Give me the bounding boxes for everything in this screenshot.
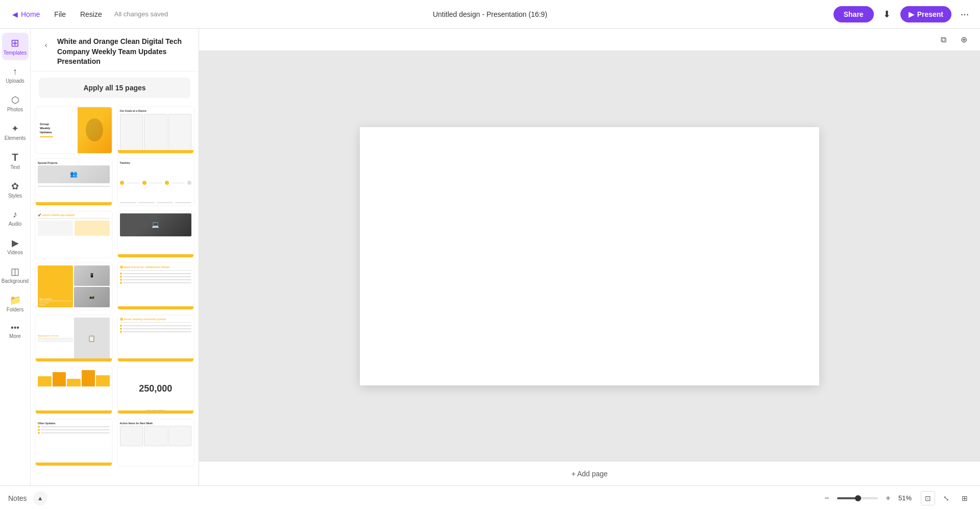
template-panel-title: White and Orange Clean Digital Tech Comp… — [57, 37, 190, 67]
thumb-row-4: App mockup Use of product designer 📱 — [35, 262, 194, 310]
sidebar-item-photos[interactable]: ⬡ Photos — [2, 90, 29, 117]
present-button[interactable]: ▶ Present — [900, 6, 951, 22]
thumb-row-5: Applying for a license 📋 — [35, 314, 194, 362]
thumb-img-14: Action Items for Next Week — [118, 420, 194, 466]
copy-frame-icon: ⧉ — [941, 35, 946, 44]
thumb-item-2[interactable]: Our Goals at a Glance — [117, 106, 195, 154]
sidebar-item-styles[interactable]: ✿ Styles — [2, 177, 29, 203]
audio-label: Audio — [9, 221, 22, 227]
add-frame-button[interactable]: ⊕ — [955, 32, 972, 48]
slide1-text: GroupWeeklyUpdates — [40, 123, 74, 134]
notes-expand-button[interactable]: ▲ — [33, 491, 47, 505]
thumb-row-6: 250,000 total users reached — [35, 367, 194, 415]
autosave-status: All changes saved — [114, 10, 168, 18]
thumb-item-3[interactable]: Special Projects 👥 — [35, 158, 113, 206]
thumb-img-2: Our Goals at a Glance — [118, 107, 194, 153]
share-label: Share — [844, 10, 864, 18]
present-label: Present — [917, 10, 943, 18]
resize-label: Resize — [80, 10, 102, 18]
background-label: Background — [2, 278, 29, 284]
slide3-header: Special Projects — [38, 161, 110, 164]
thumb-row-1: GroupWeeklyUpdates — [35, 106, 194, 154]
thumb-item-10[interactable]: 🟡 Survey existing community groups — [117, 314, 195, 362]
sidebar-item-audio[interactable]: ♪ Audio — [2, 205, 29, 231]
sidebar-item-folders[interactable]: 📁 Folders — [2, 290, 29, 317]
thumb-item-11[interactable] — [35, 367, 113, 415]
share-button[interactable]: Share — [834, 6, 874, 22]
copy-frame-button[interactable]: ⧉ — [935, 32, 951, 48]
grid-icon: ⊞ — [962, 494, 968, 502]
thumb-item-9[interactable]: Applying for a license 📋 — [35, 314, 113, 362]
thumb-img-3: Special Projects 👥 — [36, 159, 112, 205]
audio-icon: ♪ — [13, 209, 17, 220]
sidebar-item-videos[interactable]: ▶ Videos — [2, 233, 29, 260]
main-layout: ⊞ Templates ↑ Uploads ⬡ Photos ✦ Element… — [0, 29, 980, 485]
sidebar-item-templates[interactable]: ⊞ Templates — [2, 33, 29, 60]
elements-icon: ✦ — [11, 123, 19, 134]
notes-expand-icon: ▲ — [37, 495, 43, 502]
templates-label: Templates — [4, 50, 27, 56]
sidebar-item-more[interactable]: ••• More — [2, 319, 29, 344]
thumb-item-6[interactable]: 💻 — [117, 210, 195, 258]
thumb-item-1[interactable]: GroupWeeklyUpdates — [35, 106, 113, 154]
fit-icon: ⊡ — [925, 494, 931, 502]
sidebar-icons: ⊞ Templates ↑ Uploads ⬡ Photos ✦ Element… — [0, 29, 31, 485]
add-page-label: + Add page — [571, 470, 607, 478]
sidebar-item-background[interactable]: ◫ Background — [2, 262, 29, 288]
sidebar-item-elements[interactable]: ✦ Elements — [2, 119, 29, 145]
fit-button[interactable]: ⊡ — [921, 491, 935, 505]
topbar-left: ◀ Home File Resize All changes saved — [6, 7, 329, 21]
add-frame-icon: ⊕ — [961, 35, 967, 44]
thumb-item-14[interactable]: Action Items for Next Week — [117, 419, 195, 467]
thumb-img-11 — [36, 368, 112, 414]
zoom-out-icon: − — [824, 494, 829, 503]
apply-all-button[interactable]: Apply all 15 pages — [39, 78, 190, 98]
download-button[interactable]: ⬇ — [878, 5, 896, 23]
home-button[interactable]: ◀ Home — [6, 7, 46, 21]
thumb-img-5: 🚀 Launch mobile app support — [36, 211, 112, 257]
zoom-percent: 51% — [898, 494, 917, 502]
thumb-row-2: Special Projects 👥 — [35, 158, 194, 206]
canvas-slide — [360, 127, 819, 385]
thumb-row-3: 🚀 Launch mobile app support — [35, 210, 194, 258]
zoom-in-icon: + — [886, 494, 890, 503]
template-panel-header: ‹ White and Orange Clean Digital Tech Co… — [31, 29, 199, 71]
thumb-item-12[interactable]: 250,000 total users reached — [117, 367, 195, 415]
add-page-bar[interactable]: + Add page — [199, 461, 980, 485]
thumb-img-10: 🟡 Survey existing community groups — [118, 315, 194, 361]
thumb-item-13[interactable]: Other Updates — [35, 419, 113, 467]
folders-icon: 📁 — [10, 295, 21, 306]
photos-icon: ⬡ — [11, 94, 19, 106]
text-label: Text — [10, 164, 19, 171]
fullscreen-button[interactable]: ⤡ — [939, 491, 953, 505]
videos-label: Videos — [7, 250, 22, 256]
canvas-area: ⧉ ⊕ + Add page — [199, 29, 980, 485]
zoom-slider[interactable] — [837, 497, 878, 499]
slide14-header: Action Items for Next Week — [120, 422, 192, 425]
thumb-item-8[interactable]: 🟡 Apply license for collaboration featur… — [117, 262, 195, 310]
present-icon: ▶ — [909, 10, 914, 18]
thumb-item-4[interactable]: Timeline — [117, 158, 195, 206]
slide12-number: 250,000 — [139, 370, 172, 408]
file-button[interactable]: File — [48, 7, 72, 21]
sidebar-item-text[interactable]: T Text — [2, 148, 29, 175]
background-icon: ◫ — [11, 266, 19, 277]
grid-button[interactable]: ⊞ — [958, 491, 972, 505]
topbar-more-button[interactable]: ··· — [955, 5, 974, 23]
thumb-item-7[interactable]: App mockup Use of product designer 📱 — [35, 262, 113, 310]
apply-all-label: Apply all 15 pages — [83, 84, 145, 92]
zoom-in-button[interactable]: + — [882, 492, 894, 504]
topbar: ◀ Home File Resize All changes saved Unt… — [0, 0, 980, 29]
thumb-img-1: GroupWeeklyUpdates — [36, 107, 112, 153]
zoom-out-button[interactable]: − — [821, 492, 833, 504]
photos-label: Photos — [7, 107, 23, 113]
slide2-header: Our Goals at a Glance — [120, 109, 192, 112]
thumb-img-12: 250,000 total users reached — [118, 368, 194, 414]
back-button[interactable]: ‹ — [39, 38, 53, 52]
uploads-icon: ↑ — [13, 66, 17, 77]
sidebar-item-uploads[interactable]: ↑ Uploads — [2, 62, 29, 88]
topbar-center: Untitled design - Presentation (16:9) — [329, 10, 651, 19]
thumb-item-5[interactable]: 🚀 Launch mobile app support — [35, 210, 113, 258]
slide10-header: 🟡 Survey existing community groups — [120, 318, 192, 321]
resize-button[interactable]: Resize — [74, 7, 108, 21]
